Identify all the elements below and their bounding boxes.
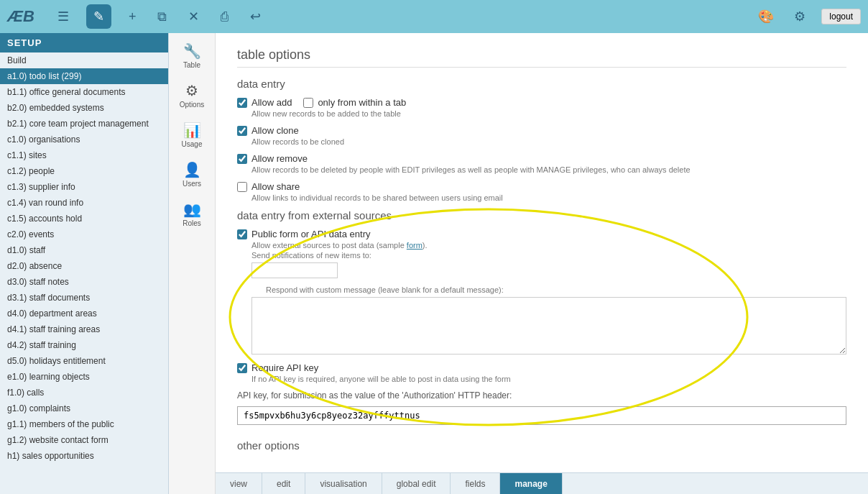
only-from-within-tab-checkbox[interactable] — [303, 98, 313, 108]
allow-clone-desc: Allow records to be cloned — [251, 137, 846, 146]
toolbar-right: 🎨 ⚙ logout — [754, 6, 861, 27]
custom-message-textarea[interactable] — [251, 297, 846, 355]
sidebar-item-d41[interactable]: d4.1) staff training areas — [0, 321, 168, 337]
custom-message-label: Respond with custom message (leave blank… — [266, 285, 846, 294]
tab-visualisation[interactable]: visualisation — [305, 473, 382, 494]
palette-button[interactable]: 🎨 — [754, 6, 778, 27]
public-form-desc: Allow external sources to post data (sam… — [251, 241, 846, 250]
icon-panel: 🔧 Table ⚙ Options 📊 Usage 👤 Users 👥 Role… — [169, 33, 216, 494]
api-key-header-label: API key, for submission as the value of … — [237, 390, 846, 401]
allow-remove-desc: Allow records to be deleted by people wi… — [251, 165, 846, 174]
sidebar-item-g11[interactable]: g1.1) members of the public — [0, 416, 168, 432]
close-button[interactable]: ✕ — [184, 6, 203, 27]
table-panel-label: Table — [183, 61, 200, 69]
roles-panel-label: Roles — [183, 219, 201, 227]
allow-share-checkbox[interactable] — [237, 182, 247, 192]
sidebar-setup-label: SETUP — [0, 33, 168, 52]
options-panel-label: Options — [180, 101, 204, 109]
allow-add-option: Allow add only from within a tab Allow n… — [237, 97, 846, 118]
allow-add-checkbox[interactable] — [237, 98, 247, 108]
allow-share-label[interactable]: Allow share — [237, 181, 846, 192]
menu-button[interactable]: ☰ — [53, 6, 73, 27]
api-key-section: API key, for submission as the value of … — [237, 390, 846, 425]
sidebar-item-e10[interactable]: e1.0) learning objects — [0, 369, 168, 385]
content-area: table options data entry Allow add only … — [216, 33, 868, 472]
sidebar-item-c13[interactable]: c1.3) supplier info — [0, 179, 168, 195]
sidebar-item-c14[interactable]: c1.4) van round info — [0, 195, 168, 211]
sidebar: SETUP Build a1.0) todo list (299)b1.1) o… — [0, 33, 169, 494]
allow-clone-checkbox[interactable] — [237, 126, 247, 136]
roles-panel-button[interactable]: 👥 Roles — [171, 195, 213, 233]
api-key-input[interactable] — [237, 406, 846, 425]
usage-panel-button[interactable]: 📊 Usage — [171, 116, 213, 154]
share-button[interactable]: ↩ — [246, 6, 265, 27]
public-form-label[interactable]: Public form or API data entry — [237, 229, 846, 239]
settings-button[interactable]: ⚙ — [790, 6, 810, 27]
sidebar-item-g10[interactable]: g1.0) complaints — [0, 401, 168, 416]
tab-global-edit[interactable]: global edit — [382, 473, 451, 494]
sidebar-item-g12[interactable]: g1.2) website contact form — [0, 432, 168, 448]
sidebar-item-b21[interactable]: b2.1) core team project management — [0, 116, 168, 132]
allow-add-desc: Allow new records to be added to the tab… — [251, 109, 846, 118]
sidebar-item-d30[interactable]: d3.0) staff notes — [0, 274, 168, 290]
sidebar-item-d20[interactable]: d2.0) absence — [0, 258, 168, 274]
allow-remove-option: Allow remove Allow records to be deleted… — [237, 153, 846, 174]
roles-icon: 👥 — [183, 201, 201, 218]
allow-share-desc: Allow links to individual records to be … — [251, 193, 846, 202]
require-api-key-label[interactable]: Require API key — [237, 362, 846, 373]
sidebar-build-label: Build — [0, 52, 168, 68]
users-icon: 👤 — [183, 161, 201, 178]
sidebar-item-d40[interactable]: d4.0) department areas — [0, 306, 168, 321]
tab-view[interactable]: view — [216, 473, 262, 494]
logout-button[interactable]: logout — [821, 9, 861, 24]
print-button[interactable]: ⎙ — [216, 6, 233, 27]
options-panel-button[interactable]: ⚙ Options — [171, 76, 213, 114]
public-form-option: Public form or API data entry Allow exte… — [237, 229, 846, 278]
sidebar-item-f10[interactable]: f1.0) calls — [0, 385, 168, 401]
allow-remove-label[interactable]: Allow remove — [237, 153, 846, 164]
usage-icon: 📊 — [183, 122, 201, 139]
tab-manage[interactable]: manage — [500, 473, 562, 494]
tab-edit[interactable]: edit — [262, 473, 305, 494]
public-form-checkbox[interactable] — [237, 229, 247, 239]
allow-add-label[interactable]: Allow add only from within a tab — [237, 97, 846, 108]
sidebar-item-d42[interactable]: d4.2) staff training — [0, 337, 168, 353]
sidebar-item-b20[interactable]: b2.0) embedded systems — [0, 100, 168, 116]
sidebar-item-c10[interactable]: c1.0) organisations — [0, 132, 168, 147]
copy-button[interactable]: ⧉ — [153, 6, 171, 27]
allow-clone-label[interactable]: Allow clone — [237, 125, 846, 136]
tab-fields[interactable]: fields — [451, 473, 500, 494]
bottom-tabs: view edit visualisation global edit fiel… — [216, 472, 868, 494]
notify-email-input[interactable] — [251, 262, 338, 278]
sidebar-item-a1[interactable]: a1.0) todo list (299) — [0, 68, 168, 84]
sidebar-item-c15[interactable]: c1.5) accounts hold — [0, 211, 168, 227]
sidebar-item-d10[interactable]: d1.0) staff — [0, 242, 168, 258]
table-icon: 🔧 — [183, 42, 201, 60]
sidebar-item-b11[interactable]: b1.1) office general documents — [0, 84, 168, 100]
edit-mode-button[interactable]: ✎ — [86, 4, 111, 29]
sidebar-item-d50[interactable]: d5.0) holidays entitlement — [0, 353, 168, 369]
require-api-key-option: Require API key If no API key is require… — [237, 362, 846, 383]
data-entry-title: data entry — [237, 78, 846, 90]
sidebar-item-h1[interactable]: h1) sales opportunities — [0, 448, 168, 464]
allow-remove-checkbox[interactable] — [237, 154, 247, 164]
main-layout: SETUP Build a1.0) todo list (299)b1.1) o… — [0, 33, 868, 494]
table-panel-button[interactable]: 🔧 Table — [171, 37, 213, 75]
require-api-key-desc: If no API key is required, anyone will b… — [251, 375, 846, 383]
toolbar: ÆB ☰ ✎ + ⧉ ✕ ⎙ ↩ 🎨 ⚙ logout — [0, 0, 868, 33]
usage-panel-label: Usage — [182, 140, 203, 148]
send-notifications-label: Send notifications of new items to: — [251, 251, 846, 260]
sidebar-item-d31[interactable]: d3.1) staff documents — [0, 290, 168, 306]
allow-share-option: Allow share Allow links to individual re… — [237, 181, 846, 202]
page-title: table options — [237, 47, 846, 68]
form-link[interactable]: form — [407, 241, 423, 250]
users-panel-button[interactable]: 👤 Users — [171, 155, 213, 193]
sidebar-item-c12[interactable]: c1.2) people — [0, 163, 168, 179]
sidebar-item-c20[interactable]: c2.0) events — [0, 227, 168, 242]
allow-clone-option: Allow clone Allow records to be cloned — [237, 125, 846, 146]
require-api-key-checkbox[interactable] — [237, 363, 247, 373]
sidebar-item-c11[interactable]: c1.1) sites — [0, 147, 168, 163]
add-button[interactable]: + — [124, 6, 141, 27]
external-sources-title: data entry from external sources — [237, 209, 846, 221]
options-icon: ⚙ — [185, 82, 198, 99]
